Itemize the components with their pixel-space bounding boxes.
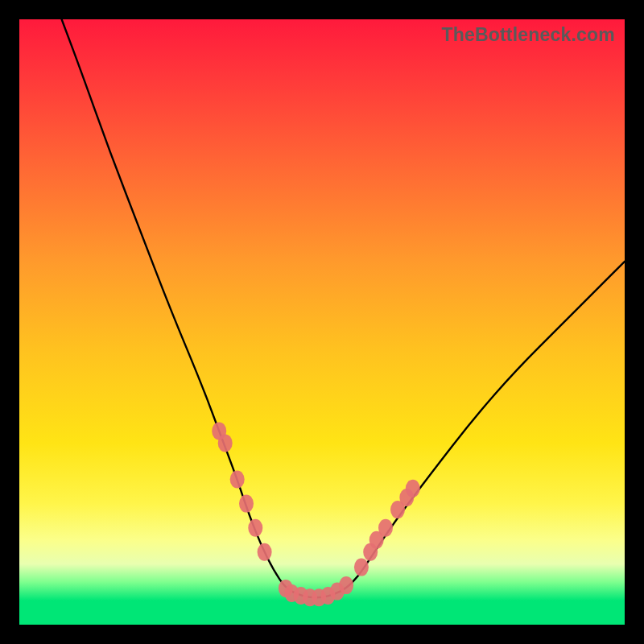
curve-marker xyxy=(248,519,262,537)
curve-marker xyxy=(258,543,272,561)
curve-marker xyxy=(239,495,254,513)
chart-plot-area: TheBottleneck.com xyxy=(19,19,625,625)
chart-overlay xyxy=(19,19,625,625)
curve-marker xyxy=(230,471,245,489)
curve-marker xyxy=(354,559,369,576)
curve-marker xyxy=(218,434,233,452)
marker-group xyxy=(212,422,420,606)
curve-marker xyxy=(406,480,420,497)
curve-marker xyxy=(378,519,393,537)
bottleneck-curve xyxy=(62,19,625,597)
curve-marker xyxy=(339,576,353,594)
